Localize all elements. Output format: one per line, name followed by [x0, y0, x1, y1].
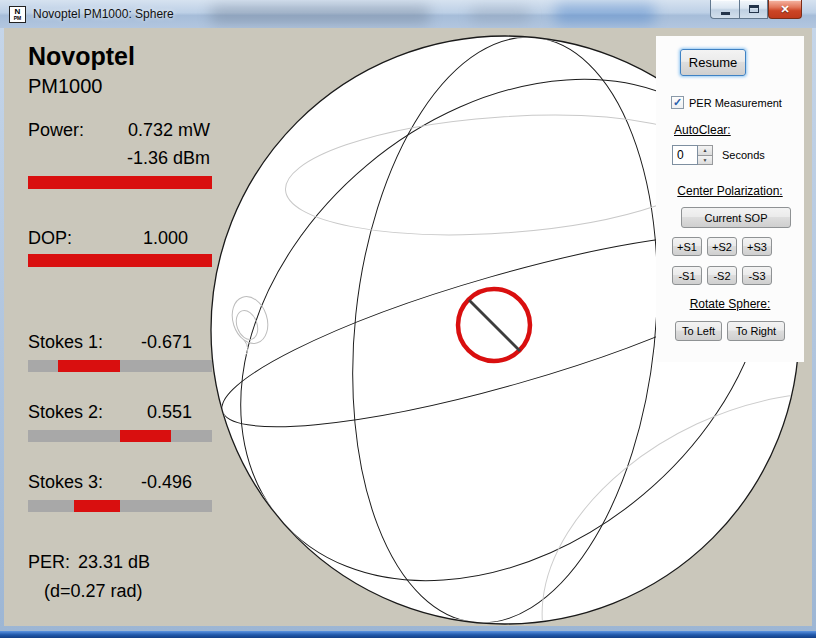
dop-label: DOP: [28, 228, 72, 249]
minus-s2-button[interactable]: -S2 [707, 266, 737, 285]
rotate-right-button[interactable]: To Right [727, 321, 785, 341]
titlebar[interactable]: N PM Novoptel PM1000: Sphere ✕ [0, 0, 816, 28]
per-measurement-checkbox[interactable]: ✓ [671, 96, 684, 109]
autoclear-input[interactable] [672, 145, 698, 165]
power-reading-dbm: -1.36 dBm [28, 148, 210, 169]
autoclear-spin-up-button[interactable]: ▲ [698, 145, 713, 156]
dop-bar [28, 254, 212, 267]
stokes3-bar [28, 500, 212, 512]
per-measurement-label: PER Measurement [689, 97, 782, 109]
stokes2-label: Stokes 2: [28, 402, 103, 423]
sop-minus-row: -S1 -S2 -S3 [672, 266, 772, 285]
taskbar-strip [0, 631, 816, 638]
power-value-dbm: -1.36 dBm [127, 148, 210, 169]
readings-panel: Novoptel PM1000 Power: 0.732 mW -1.36 dB… [28, 28, 212, 626]
power-reading: Power: 0.732 mW [28, 120, 210, 141]
check-icon: ✓ [673, 97, 682, 108]
spin-down-icon: ▼ [703, 157, 708, 163]
maximize-button[interactable] [739, 0, 768, 19]
current-sop-button[interactable]: Current SOP [681, 207, 791, 228]
autoclear-unit-label: Seconds [722, 149, 765, 161]
dop-value: 1.000 [143, 228, 188, 249]
plus-s2-button[interactable]: +S2 [707, 237, 737, 256]
plus-s1-button[interactable]: +S1 [672, 237, 702, 256]
client-area: Novoptel PM1000 Power: 0.732 mW -1.36 dB… [4, 28, 812, 626]
dop-reading: DOP: 1.000 [28, 228, 210, 249]
minimize-button[interactable] [710, 0, 739, 19]
app-icon: N PM [9, 6, 26, 23]
rotate-sphere-label: Rotate Sphere: [656, 297, 804, 311]
logo-text-bottom: PM [14, 16, 22, 21]
close-icon: ✕ [780, 3, 789, 16]
autoclear-spin-down-button[interactable]: ▼ [698, 156, 713, 166]
per-detail: (d=0.27 rad) [44, 581, 143, 602]
stokes3-value: -0.496 [141, 472, 192, 493]
power-label: Power: [28, 120, 84, 141]
rotate-row: To Left To Right [675, 321, 785, 341]
desktop: N PM Novoptel PM1000: Sphere ✕ [0, 0, 816, 638]
window-controls: ✕ [710, 0, 802, 19]
stokes1-value: -0.671 [141, 332, 192, 353]
bar-fill [58, 360, 120, 372]
window-title: Novoptel PM1000: Sphere [33, 7, 174, 21]
center-polarization-label: Center Polarization: [656, 184, 804, 198]
autoclear-label: AutoClear: [674, 123, 731, 137]
bar-fill [120, 430, 171, 442]
stokes2-value: 0.551 [147, 402, 192, 423]
per-value: 23.31 dB [78, 552, 150, 573]
rotate-left-button[interactable]: To Left [675, 321, 722, 341]
stokes3-label: Stokes 3: [28, 472, 103, 493]
spin-up-icon: ▲ [703, 147, 708, 153]
resume-button[interactable]: Resume [680, 49, 746, 76]
maximize-icon [749, 5, 759, 13]
brand-name: Novoptel [28, 42, 135, 71]
sop-plus-row: +S1 +S2 +S3 [672, 237, 772, 256]
bar-fill [74, 500, 120, 512]
minus-s1-button[interactable]: -S1 [672, 266, 702, 285]
power-bar [28, 176, 212, 189]
minimize-icon [721, 12, 730, 15]
stokes1-reading: Stokes 1: -0.671 [28, 332, 210, 353]
stokes2-bar [28, 430, 212, 442]
autoclear-control: ▲ ▼ Seconds [672, 145, 765, 165]
bar-fill [28, 176, 212, 189]
app-window: N PM Novoptel PM1000: Sphere ✕ [0, 0, 816, 631]
stokes1-label: Stokes 1: [28, 332, 103, 353]
stokes3-reading: Stokes 3: -0.496 [28, 472, 210, 493]
plus-s3-button[interactable]: +S3 [742, 237, 772, 256]
control-panel: Resume ✓ PER Measurement AutoClear: ▲ [656, 36, 804, 362]
bar-fill [28, 254, 212, 267]
glass-reflection [210, 6, 430, 24]
glass-reflection [555, 4, 655, 24]
glass-reflection [470, 8, 530, 22]
per-label: PER: [28, 552, 70, 573]
power-value-mw: 0.732 mW [128, 120, 210, 141]
autoclear-spinner: ▲ ▼ [698, 145, 713, 165]
minus-s3-button[interactable]: -S3 [742, 266, 772, 285]
stokes1-bar [28, 360, 212, 372]
per-reading: PER: 23.31 dB [28, 552, 150, 573]
per-measurement-row: ✓ PER Measurement [671, 96, 782, 109]
model-name: PM1000 [28, 75, 103, 98]
close-button[interactable]: ✕ [768, 0, 802, 19]
stokes2-reading: Stokes 2: 0.551 [28, 402, 210, 423]
